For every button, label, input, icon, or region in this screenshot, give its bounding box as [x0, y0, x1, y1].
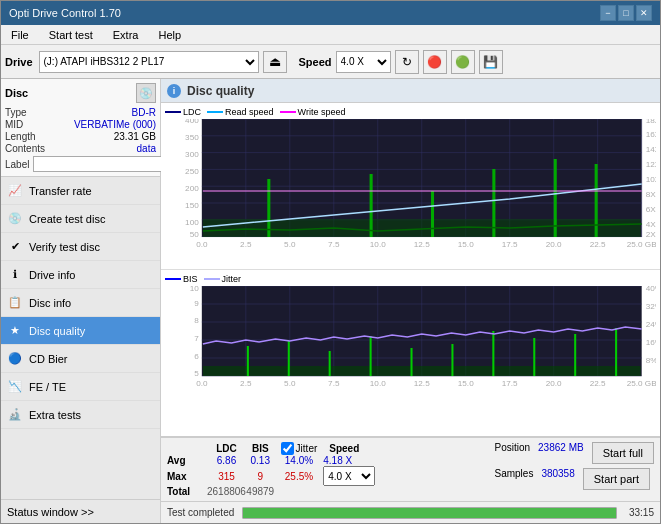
svg-text:7.5: 7.5 — [328, 240, 340, 249]
label-input[interactable] — [33, 156, 162, 172]
svg-text:12.5: 12.5 — [414, 379, 430, 386]
jitter-checkbox[interactable] — [281, 442, 294, 455]
status-text: Test completed — [167, 507, 234, 518]
disc-quality-title: Disc quality — [187, 84, 254, 98]
app-title: Opti Drive Control 1.70 — [9, 7, 121, 19]
length-value: 23.31 GB — [114, 131, 156, 142]
svg-text:300: 300 — [185, 150, 199, 159]
menu-file[interactable]: File — [5, 28, 35, 42]
label-label: Label — [5, 159, 29, 170]
svg-text:12X: 12X — [646, 160, 656, 169]
maximize-button[interactable]: □ — [618, 5, 634, 21]
chart2-svg: 10 9 8 7 6 5 40% 32% 24% 16% 8% 0.0 2.5 … — [165, 286, 656, 386]
svg-rect-76 — [451, 344, 453, 376]
transfer-rate-icon: 📈 — [7, 183, 23, 199]
eject-button[interactable]: ⏏ — [263, 51, 287, 73]
svg-text:5.0: 5.0 — [284, 240, 296, 249]
svg-rect-79 — [574, 334, 576, 376]
svg-text:250: 250 — [185, 167, 199, 176]
cd-bier-icon: 🔵 — [7, 351, 23, 367]
menu-help[interactable]: Help — [152, 28, 187, 42]
speed-dropdown[interactable]: 4.0 X — [323, 466, 375, 486]
sidebar-item-disc-quality[interactable]: ★ Disc quality — [1, 317, 160, 345]
sidebar: Disc 💿 Type BD-R MID VERBATIMe (000) Len… — [1, 79, 161, 523]
position-row: Position 23862 MB Start full — [494, 442, 654, 464]
menu-extra[interactable]: Extra — [107, 28, 145, 42]
bis-total: 49879 — [246, 486, 275, 497]
speed-select[interactable]: 4.0 X — [336, 51, 391, 73]
sidebar-item-transfer-rate[interactable]: 📈 Transfer rate — [1, 177, 160, 205]
window-controls: − □ ✕ — [600, 5, 652, 21]
status-window-label: Status window >> — [7, 506, 94, 518]
svg-text:8X: 8X — [646, 190, 656, 199]
svg-text:15.0: 15.0 — [458, 240, 474, 249]
sidebar-item-verify-test-disc[interactable]: ✔ Verify test disc — [1, 233, 160, 261]
settings-button1[interactable]: 🔴 — [423, 50, 447, 74]
sidebar-item-fe-te[interactable]: 📉 FE / TE — [1, 373, 160, 401]
sidebar-label-verify-test-disc: Verify test disc — [29, 241, 100, 253]
bis-max: 9 — [246, 466, 275, 486]
legend-bis: BIS — [183, 274, 198, 284]
svg-text:17.5: 17.5 — [502, 379, 518, 386]
svg-text:20.0: 20.0 — [546, 379, 562, 386]
app-window: Opti Drive Control 1.70 − □ ✕ File Start… — [0, 0, 661, 524]
samples-row: Samples 380358 Start part — [494, 468, 654, 490]
svg-text:8%: 8% — [646, 356, 656, 365]
fe-te-icon: 📉 — [7, 379, 23, 395]
ldc-avg: 6.86 — [207, 455, 246, 466]
settings-button2[interactable]: 🟢 — [451, 50, 475, 74]
sidebar-item-drive-info[interactable]: ℹ Drive info — [1, 261, 160, 289]
body-row: Disc 💿 Type BD-R MID VERBATIMe (000) Len… — [1, 79, 660, 523]
sidebar-item-extra-tests[interactable]: 🔬 Extra tests — [1, 401, 160, 429]
svg-text:7.5: 7.5 — [328, 379, 340, 386]
stats-table: LDC BIS Jitter Speed — [167, 442, 375, 497]
svg-rect-20 — [267, 179, 270, 237]
sidebar-item-disc-info[interactable]: 📋 Disc info — [1, 289, 160, 317]
svg-rect-73 — [329, 351, 331, 376]
chart-bis: BIS Jitter — [161, 270, 660, 437]
svg-text:10.0: 10.0 — [370, 379, 386, 386]
extra-tests-icon: 🔬 — [7, 407, 23, 423]
bottom-status-bar: Test completed 33:15 — [161, 501, 660, 523]
close-button[interactable]: ✕ — [636, 5, 652, 21]
disc-quality-header: i Disc quality — [161, 79, 660, 103]
svg-text:16%: 16% — [646, 338, 656, 347]
jitter-checkbox-label[interactable]: Jitter — [281, 442, 318, 455]
sidebar-item-create-test-disc[interactable]: 💿 Create test disc — [1, 205, 160, 233]
menu-bar: File Start test Extra Help — [1, 25, 660, 45]
bis-avg: 0.13 — [246, 455, 275, 466]
save-button[interactable]: 💾 — [479, 50, 503, 74]
svg-text:200: 200 — [185, 184, 199, 193]
sidebar-label-create-test-disc: Create test disc — [29, 213, 105, 225]
drive-select[interactable]: (J:) ATAPI iHBS312 2 PL17 — [39, 51, 259, 73]
svg-text:5.0: 5.0 — [284, 379, 296, 386]
svg-text:17.5: 17.5 — [502, 240, 518, 249]
speed-value: 4.18 X — [323, 455, 375, 466]
menu-start-test[interactable]: Start test — [43, 28, 99, 42]
disc-info-icon: 📋 — [7, 295, 23, 311]
status-window-link[interactable]: Status window >> — [1, 499, 160, 523]
svg-text:6X: 6X — [646, 205, 656, 214]
minimize-button[interactable]: − — [600, 5, 616, 21]
sidebar-label-cd-bier: CD Bier — [29, 353, 68, 365]
avg-row-label: Avg — [167, 455, 207, 466]
start-full-button[interactable]: Start full — [592, 442, 654, 464]
start-part-button[interactable]: Start part — [583, 468, 650, 490]
disc-quality-icon: ★ — [7, 323, 23, 339]
sidebar-item-cd-bier[interactable]: 🔵 CD Bier — [1, 345, 160, 373]
svg-rect-25 — [595, 164, 598, 237]
refresh-button[interactable]: ↻ — [395, 50, 419, 74]
svg-rect-71 — [247, 346, 249, 376]
disc-icon-btn[interactable]: 💿 — [136, 83, 156, 103]
speed-label: Speed — [299, 56, 332, 68]
svg-rect-21 — [370, 174, 373, 237]
sidebar-label-disc-quality: Disc quality — [29, 325, 85, 337]
ldc-total: 2618806 — [207, 486, 246, 497]
length-label: Length — [5, 131, 36, 142]
samples-label: Samples — [494, 468, 533, 490]
samples-value: 380358 — [541, 468, 574, 490]
drive-info-icon: ℹ — [7, 267, 23, 283]
create-test-disc-icon: 💿 — [7, 211, 23, 227]
svg-rect-74 — [370, 336, 372, 376]
svg-rect-22 — [431, 191, 434, 237]
